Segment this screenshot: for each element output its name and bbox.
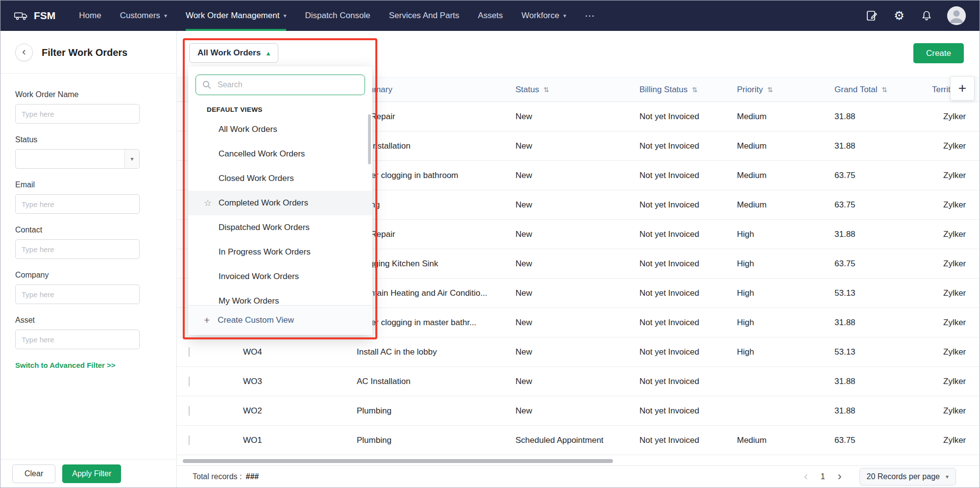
table-row[interactable]: WO2 Plumbing New Not yet Invoiced 31.88 …	[177, 396, 980, 426]
view-item-all-work-orders[interactable]: All Work Orders	[188, 117, 372, 142]
cell-summary: Plumbing	[339, 436, 498, 445]
sort-icon[interactable]: ⇅	[882, 86, 888, 94]
page-next-icon[interactable]: ›	[838, 470, 842, 484]
bell-icon[interactable]	[920, 9, 933, 23]
current-page: 1	[821, 472, 825, 481]
search-wrap	[196, 75, 365, 95]
sort-icon[interactable]: ⇅	[692, 86, 698, 94]
sort-icon[interactable]: ⇅	[767, 86, 773, 94]
create-custom-view-button[interactable]: + Create Custom View	[188, 305, 372, 335]
apply-filter-button[interactable]: Apply Filter	[62, 464, 121, 483]
row-checkbox[interactable]	[189, 436, 190, 445]
cell-work-order: WO3	[231, 377, 339, 386]
table-row[interactable]: WO3 AC Installation New Not yet Invoiced…	[177, 367, 980, 396]
column-header-billing-status[interactable]: Billing Status⇅	[622, 85, 719, 95]
field-label: Asset	[15, 316, 162, 325]
default-views-label: DEFAULT VIEWS	[207, 106, 372, 113]
email-input[interactable]	[15, 194, 140, 214]
field-email: Email	[15, 180, 162, 214]
gear-icon[interactable]: ⚙	[892, 9, 906, 23]
create-button[interactable]: Create	[913, 43, 964, 63]
column-header-priority[interactable]: Priority⇅	[719, 85, 817, 95]
field-label: Contact	[15, 226, 162, 234]
clear-button[interactable]: Clear	[12, 464, 55, 483]
company-input[interactable]	[15, 284, 140, 304]
cell-priority: High	[719, 259, 817, 269]
row-checkbox[interactable]	[189, 377, 190, 386]
view-search-input[interactable]	[196, 75, 365, 95]
switch-to-advanced-filter-link[interactable]: Switch to Advanced Filter >>	[15, 361, 162, 369]
brand-logo[interactable]: FSM	[14, 9, 55, 23]
view-item-cancelled-work-orders[interactable]: Cancelled Work Orders	[188, 142, 372, 166]
column-header-status[interactable]: Status⇅	[498, 85, 622, 95]
add-column-button[interactable]: +	[950, 76, 975, 101]
star-icon[interactable]: ☆	[204, 198, 212, 208]
cell-summary: AC Installation	[339, 377, 498, 386]
dropdown-scrollbar[interactable]	[368, 114, 371, 164]
field-label: Work Order Name	[15, 90, 162, 99]
work-order-name-input[interactable]	[15, 104, 140, 124]
main-content: All Work Orders ▴ Create Summary Status⇅…	[177, 31, 980, 488]
horizontal-scrollbar[interactable]	[183, 459, 613, 463]
nav-more-icon[interactable]: ⋯	[585, 0, 596, 31]
cell-grand-total: 63.75	[817, 259, 914, 269]
table-row[interactable]: WO4 Install AC in the lobby New Not yet …	[177, 337, 980, 367]
brand-text: FSM	[34, 10, 55, 22]
view-selector-button[interactable]: All Work Orders ▴	[189, 43, 278, 63]
field-label: Status	[15, 135, 162, 144]
cell-status: New	[498, 288, 622, 298]
asset-input[interactable]	[15, 330, 140, 349]
cell-grand-total: 63.75	[817, 200, 914, 210]
row-checkbox[interactable]	[189, 406, 190, 416]
view-item-dispatched-work-orders[interactable]: Dispatched Work Orders	[188, 215, 372, 240]
navbar-right: ⚙	[865, 6, 966, 25]
compose-icon[interactable]	[865, 9, 879, 23]
table-row[interactable]: WO1 Plumbing Scheduled Appointment Not y…	[177, 426, 980, 455]
chevron-down-icon[interactable]: ▾	[124, 150, 139, 168]
nav-item-home[interactable]: Home	[79, 0, 101, 31]
records-per-page-select[interactable]: 20 Records per page ▾	[859, 468, 956, 486]
sort-icon[interactable]: ⇅	[543, 86, 549, 94]
cell-priority: High	[719, 347, 817, 357]
search-icon	[202, 80, 212, 92]
filter-header: ‹ Filter Work Orders	[0, 31, 176, 74]
view-item-completed-work-orders[interactable]: ☆ Completed Work Orders	[188, 191, 372, 215]
cell-territory: Zylker	[914, 171, 980, 180]
cell-billing-status: Not yet Invoiced	[622, 288, 719, 298]
nav-item-services-and-parts[interactable]: Services And Parts	[389, 0, 460, 31]
cell-grand-total: 31.88	[817, 406, 914, 416]
cell-status: New	[498, 406, 622, 416]
cell-work-order: WO1	[231, 436, 339, 445]
nav-item-workforce[interactable]: Workforce▾	[521, 0, 566, 31]
total-records-label: Total records :	[193, 472, 242, 481]
cell-priority: Medium	[719, 141, 817, 151]
row-checkbox[interactable]	[189, 347, 190, 357]
cell-territory: Zylker	[914, 259, 980, 269]
page-prev-icon[interactable]: ‹	[804, 470, 808, 484]
status-select[interactable]: ▾	[15, 149, 140, 169]
column-header-grand-total[interactable]: Grand Total⇅	[817, 85, 914, 95]
view-item-in-progress-work-orders[interactable]: In Progress Work Orders	[188, 240, 372, 264]
app-screen: FSM Home Customers▾ Work Order Managemen…	[0, 0, 980, 488]
nav-item-customers[interactable]: Customers▾	[120, 0, 167, 31]
total-records-value: ###	[245, 472, 259, 481]
back-button[interactable]: ‹	[15, 44, 33, 61]
view-item-invoiced-work-orders[interactable]: Invoiced Work Orders	[188, 264, 372, 289]
nav-item-label: Customers	[120, 11, 160, 21]
cell-status: New	[498, 318, 622, 328]
cell-billing-status: Not yet Invoiced	[622, 200, 719, 210]
nav-item-work-order-management[interactable]: Work Order Management▾	[186, 0, 287, 31]
field-work-order-name: Work Order Name	[15, 90, 162, 124]
cell-work-order: WO4	[231, 347, 339, 357]
cell-summary: Plumbing	[339, 406, 498, 416]
cell-grand-total: 63.75	[817, 171, 914, 180]
cell-billing-status: Not yet Invoiced	[622, 141, 719, 151]
plus-icon: +	[204, 314, 210, 326]
field-status: Status ▾	[15, 135, 162, 169]
avatar[interactable]	[947, 6, 966, 25]
nav-item-dispatch-console[interactable]: Dispatch Console	[305, 0, 370, 31]
contact-input[interactable]	[15, 239, 140, 259]
cell-billing-status: Not yet Invoiced	[622, 377, 719, 386]
nav-item-assets[interactable]: Assets	[478, 0, 503, 31]
view-item-closed-work-orders[interactable]: Closed Work Orders	[188, 166, 372, 191]
